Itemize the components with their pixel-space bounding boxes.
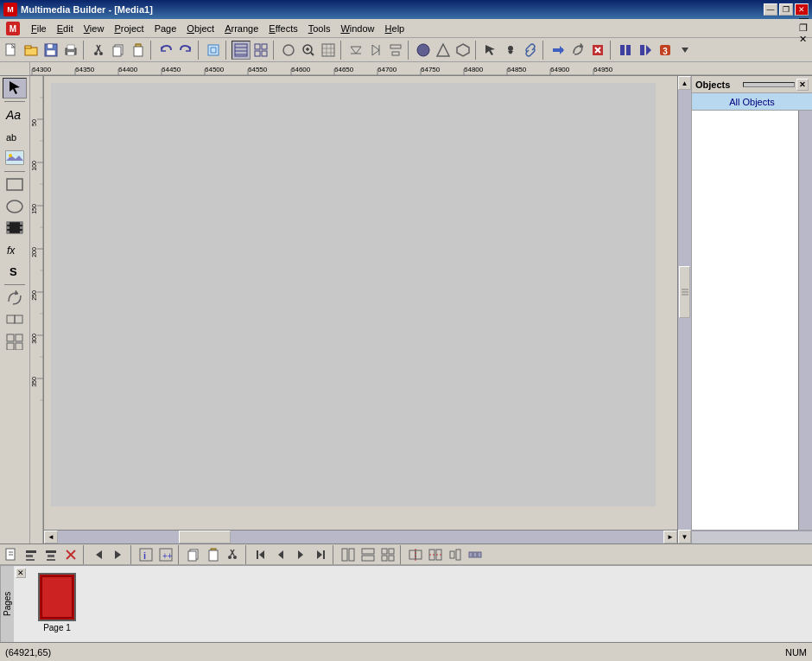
tool-rect[interactable] xyxy=(3,175,27,195)
tool-select[interactable] xyxy=(3,78,27,99)
bt-align-h-left[interactable] xyxy=(406,545,425,564)
bt-move-up[interactable] xyxy=(271,545,290,564)
pages-close-button[interactable]: ✕ xyxy=(16,568,26,578)
tb-save[interactable] xyxy=(41,41,60,60)
tb-redo[interactable] xyxy=(176,41,195,60)
tb-new[interactable] xyxy=(2,41,21,60)
menu-tools[interactable]: Tools xyxy=(303,22,336,35)
tb-shape2[interactable] xyxy=(434,41,453,60)
minimize-button[interactable]: — xyxy=(764,3,777,16)
restore-button[interactable]: ❐ xyxy=(779,3,793,16)
bt-move-down[interactable] xyxy=(291,545,310,564)
tool-fx[interactable]: fx xyxy=(3,239,27,260)
tb-stop[interactable] xyxy=(588,41,607,60)
tb-grid[interactable] xyxy=(319,41,338,60)
tb-align[interactable] xyxy=(386,41,405,60)
bt-move-first[interactable] xyxy=(251,545,270,564)
tb-shape3[interactable] xyxy=(454,41,473,60)
bt-cut-page[interactable] xyxy=(224,545,243,564)
bt-new-page[interactable] xyxy=(2,545,21,564)
scroll-track-horizontal[interactable] xyxy=(58,531,663,543)
tb-play[interactable] xyxy=(616,41,635,60)
tb-shape1[interactable] xyxy=(414,41,433,60)
bt-grid-v[interactable] xyxy=(358,545,377,564)
scroll-thumb-vertical[interactable] xyxy=(679,266,690,318)
scroll-down-button[interactable]: ▼ xyxy=(678,530,691,543)
bt-move-last[interactable] xyxy=(311,545,330,564)
tb-zoom-in[interactable] xyxy=(299,41,318,60)
bt-append[interactable]: ++ xyxy=(156,545,175,564)
scroll-up-button[interactable]: ▲ xyxy=(678,76,691,90)
tb-rotate2[interactable] xyxy=(568,41,587,60)
scroll-left-button[interactable]: ◄ xyxy=(44,531,58,543)
tool-group[interactable] xyxy=(3,309,27,330)
tool-script[interactable]: S xyxy=(3,261,27,282)
tool-ellipse[interactable] xyxy=(3,196,27,217)
tb-3d[interactable]: 3 xyxy=(656,41,675,60)
menu-page[interactable]: Page xyxy=(149,22,182,35)
menu-view[interactable]: View xyxy=(79,22,110,35)
tb-ellipse-tool[interactable] xyxy=(279,41,298,60)
bt-same-size[interactable] xyxy=(446,545,465,564)
bt-paste-page[interactable] xyxy=(204,545,223,564)
bt-delete[interactable] xyxy=(61,545,80,564)
tb-frame-view[interactable] xyxy=(232,41,251,60)
scroll-track-vertical[interactable] xyxy=(678,90,691,530)
tb-cut[interactable] xyxy=(89,41,108,60)
inner-restore-button[interactable]: ❐ xyxy=(799,22,809,34)
bt-align-h-center[interactable] xyxy=(426,545,445,564)
tb-flip-h[interactable] xyxy=(346,41,365,60)
menu-window[interactable]: Window xyxy=(335,22,379,35)
canvas-container[interactable]: ▲ ▼ ◄ ► xyxy=(44,76,691,543)
bt-grid-both[interactable] xyxy=(378,545,397,564)
tb-cursor2[interactable] xyxy=(501,41,520,60)
scroll-thumb-horizontal[interactable] xyxy=(179,531,231,543)
objects-panel-resize[interactable] xyxy=(743,82,795,87)
tool-film[interactable] xyxy=(3,218,27,238)
bt-insert[interactable]: i xyxy=(136,545,155,564)
tb-flip-v[interactable] xyxy=(366,41,385,60)
tool-text[interactable]: ab xyxy=(3,126,27,147)
tb-wizard[interactable] xyxy=(204,41,223,60)
tb-paste[interactable] xyxy=(129,41,148,60)
svg-rect-110 xyxy=(7,334,14,341)
bt-distribute[interactable] xyxy=(466,545,485,564)
menu-project[interactable]: Project xyxy=(109,22,149,35)
menu-file[interactable]: File xyxy=(26,22,52,35)
menu-arrange[interactable]: Arrange xyxy=(219,22,263,35)
bt-copy-page[interactable] xyxy=(184,545,203,564)
vertical-scrollbar[interactable]: ▲ ▼ xyxy=(677,76,691,543)
tool-rotate[interactable] xyxy=(3,288,27,308)
scroll-right-button[interactable]: ► xyxy=(663,531,677,543)
tb-dropdown[interactable] xyxy=(676,41,695,60)
horizontal-scrollbar[interactable]: ◄ ► xyxy=(44,530,677,543)
inner-minimize-button[interactable]: — xyxy=(799,12,809,22)
bt-align-left[interactable] xyxy=(22,545,41,564)
tb-link[interactable] xyxy=(521,41,540,60)
tb-play2[interactable] xyxy=(636,41,655,60)
tb-arrow-r[interactable] xyxy=(549,41,568,60)
tb-undo[interactable] xyxy=(156,41,175,60)
bt-align-center[interactable] xyxy=(41,545,60,564)
tb-cursor[interactable] xyxy=(481,41,500,60)
tb-grid-view[interactable] xyxy=(251,41,270,60)
objects-filter-all[interactable]: All Objects xyxy=(692,93,812,111)
inner-close-button[interactable]: ✕ xyxy=(799,34,809,45)
bt-grid-h[interactable] xyxy=(339,545,358,564)
tb-copy[interactable] xyxy=(109,41,128,60)
menu-object[interactable]: Object xyxy=(181,22,219,35)
canvas[interactable] xyxy=(51,83,656,506)
tb-print[interactable] xyxy=(61,41,80,60)
bt-next-page[interactable] xyxy=(109,545,128,564)
objects-panel-close[interactable]: ✕ xyxy=(796,79,809,91)
tool-image[interactable] xyxy=(3,148,27,168)
menu-edit[interactable]: Edit xyxy=(52,22,79,35)
menu-effects[interactable]: Effects xyxy=(263,22,302,35)
page-thumbnail-1[interactable]: Page 1 xyxy=(38,573,76,632)
tb-open[interactable] xyxy=(22,41,41,60)
tool-misc[interactable] xyxy=(3,331,27,352)
menu-help[interactable]: Help xyxy=(380,22,410,35)
tool-text-heading[interactable]: Aa xyxy=(3,105,27,125)
objects-panel-scrollbar[interactable] xyxy=(798,111,812,530)
bt-prev-page[interactable] xyxy=(89,545,108,564)
